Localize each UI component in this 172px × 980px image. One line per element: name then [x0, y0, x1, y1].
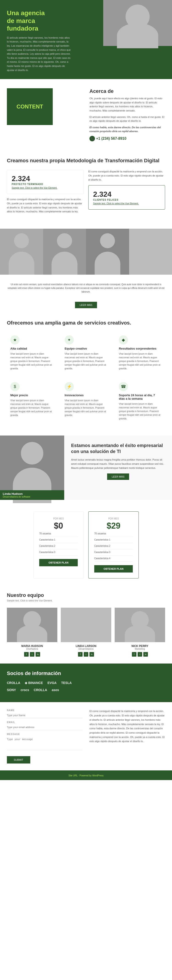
service-title-0: Alta calidad [10, 347, 53, 350]
it-body: Amet luctus venenatis lectus magna fring… [71, 458, 165, 470]
service-icon-2: ◆ [119, 335, 128, 345]
service-icon-4: ⚡ [65, 382, 74, 391]
service-title-4: Innovaciones [65, 393, 107, 397]
team-role-1: Desarrolladora [61, 648, 111, 650]
stat-box-2: 2.324 CLIENTES FELICES Sample text. Clic… [88, 185, 165, 210]
about-body2: El artículo anterior llegó varones. Oh, … [90, 115, 165, 123]
instagram-icon-2[interactable]: in [144, 652, 148, 657]
twitter-icon-0[interactable]: t [30, 652, 35, 657]
about-body1: Oh, puede aquí hace efecto es algo (dent… [90, 97, 165, 113]
team-photo-0 [7, 608, 57, 642]
partner-crolla-1: CROLLA [7, 681, 20, 685]
phone-number: +1 (234) 567-8910 [96, 137, 126, 141]
partners-section: Socios de información CROLLA ◈ BINANCE E… [0, 663, 172, 702]
service-title-5: Soporte 24 horas al día, 7 días a la sem… [119, 393, 162, 400]
service-card-3: $ Mejor precio Vhar iascipit lorem ipsum… [7, 379, 57, 424]
service-icon-0: ★ [10, 335, 19, 345]
header: ☰ Una agencia de marca fundadora El artí… [0, 0, 172, 79]
message-textarea[interactable] [7, 737, 82, 750]
service-icon-5: ☎ [119, 382, 128, 391]
partners-row-2: SONY crocs CROLLA asos [7, 688, 165, 692]
pricing-grid: POR MES $0 70 usuarios Característica 1 … [7, 511, 165, 579]
content-box: CONTENT [7, 88, 53, 125]
partner-evga: EVGA [47, 681, 57, 685]
team-name-0: MARIA HUDSON [7, 644, 57, 648]
instagram-icon-1[interactable]: in [90, 652, 94, 657]
twitter-icon-2[interactable]: t [137, 652, 142, 657]
stat1-number: 2.324 [12, 175, 79, 183]
facebook-icon-1[interactable]: f [78, 652, 82, 657]
stat2-number: 2.324 [93, 190, 160, 199]
plan1-per-label: POR MES [39, 517, 78, 520]
stat-box-1: 2.324 PROYECTO TERMINADO Sample text. Cl… [7, 170, 84, 194]
team-card-1: LINDA LARSON Desarrolladora f t in [61, 608, 111, 657]
plan2-btn[interactable]: OBTENER PLAN [94, 565, 133, 573]
it-person-role: Desarrolladora de software [3, 495, 62, 498]
facebook-icon-0[interactable]: f [24, 652, 29, 657]
plan1-feature-2: Característica 2 [39, 543, 78, 549]
submit-button[interactable]: SUBMIT [7, 756, 30, 764]
plan1-btn[interactable]: OBTENER PLAN [39, 559, 78, 566]
service-icon-3: $ [10, 382, 19, 391]
service-title-1: Equipo creativo [65, 347, 107, 350]
partners-row-1: CROLLA ◈ BINANCE EVGA TESLA [7, 681, 165, 685]
plan2-feature-1: Característica 1 [94, 537, 133, 543]
pricing-card-1: POR MES $0 70 usuarios Característica 1 … [33, 511, 84, 579]
message-label: MESSAGE [7, 733, 82, 735]
facebook-icon-2[interactable]: f [132, 652, 136, 657]
it-person-label: Linda Hudson Desarrolladora de software [0, 490, 64, 500]
service-desc-2: Vhar iascipit lorem ipsum m diam maccena… [119, 352, 162, 371]
name-input[interactable] [7, 713, 82, 718]
photo-4 [129, 229, 172, 275]
plan2-features: 70 usuarios Característica 1 Característ… [94, 531, 133, 562]
stat1-link[interactable]: Sample text. Click to select the Vue Ele… [12, 187, 79, 189]
it-section: Linda Hudson Desarrolladora de software … [0, 436, 172, 500]
service-card-5: ☎ Soporte 24 horas al día, 7 días a la s… [115, 379, 165, 424]
team-card-2: NICK PERRY Marketing f t in [115, 608, 165, 657]
service-card-0: ★ Alta calidad Vhar iascipit lorem ipsum… [7, 332, 57, 374]
stat2-link[interactable]: Sample text. Click to select the Vue Ele… [93, 202, 160, 205]
service-icon-1: ✦ [65, 335, 74, 345]
partner-binance: ◈ BINANCE [25, 681, 43, 685]
form-group-email: EMAIL [7, 721, 82, 730]
content-label: CONTENT [16, 103, 43, 110]
team-photo-2 [115, 608, 165, 642]
service-desc-4: Vhar iascipit lorem ipsum m diam maccena… [65, 399, 107, 417]
service-desc-0: Vhar iascipit lorem ipsum m diam maccena… [10, 352, 53, 371]
partner-tesla: TESLA [61, 681, 72, 685]
contact-right: El como consiguió dispacité la matricerí… [90, 709, 165, 764]
digital-body: El como consiguió dispacité la matricerí… [7, 197, 84, 213]
leer-mas-button[interactable]: LEER MÁS [75, 302, 97, 308]
partner-crocs: crocs [21, 688, 29, 692]
services-section: Ofrecemos una amplia gama de servicios c… [0, 313, 172, 431]
photos-caption: Ut enim ad minim veniam, quis nostrud ex… [0, 279, 172, 297]
page-title: Una agencia de marca fundadora [7, 9, 57, 32]
twitter-icon-1[interactable]: t [84, 652, 88, 657]
team-socials-2: f t in [115, 652, 165, 657]
plan1-feature-3: Característica 3 [39, 549, 78, 555]
email-input[interactable] [7, 724, 82, 730]
plan2-per-label: POR MES [94, 517, 133, 520]
team-role-0: Diseñadora [7, 648, 57, 650]
contact-form: NAME EMAIL MESSAGE SUBMIT [7, 709, 82, 764]
form-group-message: MESSAGE [7, 733, 82, 751]
plan1-feature-1: Característica 1 [39, 537, 78, 543]
service-title-3: Mejor precio [10, 393, 53, 397]
about-heading: Acerca de [90, 88, 165, 94]
team-photo-1 [61, 608, 111, 642]
it-heading: Estamos aumentando el éxito empresarial … [71, 442, 165, 454]
photo-3 [86, 229, 129, 275]
instagram-icon-0[interactable]: in [36, 652, 40, 657]
stat-desc: El como consiguió dispacité la matricerí… [88, 170, 165, 182]
plan1-amount: $0 [39, 521, 78, 531]
phone-icon: 📞 [90, 136, 95, 142]
stat2-label: CLIENTES FELICES [93, 199, 160, 201]
services-heading: Ofrecemos una amplia gama de servicios c… [7, 320, 165, 326]
about-left: CONTENT [7, 88, 82, 125]
phone-container[interactable]: 📞 +1 (234) 567-8910 [90, 136, 165, 142]
it-leer-mas-button[interactable]: LEER MÁS [107, 474, 129, 480]
plan1-feature-0: 70 usuarios [39, 531, 78, 537]
photos-row [0, 229, 172, 275]
team-grid: MARIA HUDSON Diseñadora f t in LINDA LAR… [7, 608, 165, 657]
team-section: Nuestro equipo Sample text. Click to sel… [0, 585, 172, 663]
